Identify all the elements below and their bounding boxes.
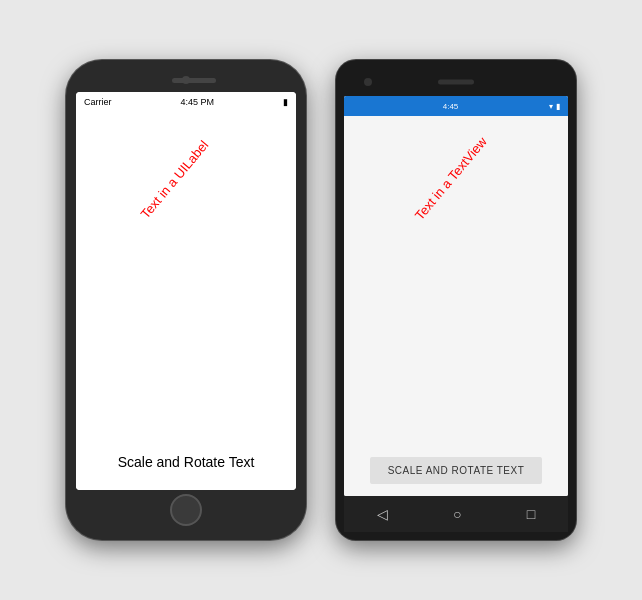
ios-home-button[interactable] (170, 494, 202, 526)
android-content: Text in a TextView SCALE AND ROTATE TEXT (344, 116, 568, 496)
ios-time: 4:45 PM (180, 97, 214, 107)
ios-phone: Carrier 4:45 PM ▮ Text in a UILabel Scal… (66, 60, 306, 540)
android-speaker-icon (438, 80, 474, 85)
android-phone: 4:45 ▾ ▮ Text in a TextView SCALE AND RO… (336, 60, 576, 540)
battery-icon: ▮ (556, 102, 560, 111)
ios-status-bar: Carrier 4:45 PM ▮ (76, 92, 296, 112)
android-screen: 4:45 ▾ ▮ Text in a TextView SCALE AND RO… (344, 96, 568, 496)
nav-recent-icon[interactable]: □ (527, 506, 535, 522)
ios-battery-icon: ▮ (283, 97, 288, 107)
android-status-bar: 4:45 ▾ ▮ (344, 96, 568, 116)
android-nav-bar: ◁ ○ □ (344, 496, 568, 532)
nav-back-icon[interactable]: ◁ (377, 506, 388, 522)
ios-rotated-label: Text in a UILabel (138, 138, 212, 222)
android-top-bar (344, 68, 568, 96)
ios-speaker-icon (172, 78, 216, 83)
ios-bottom-label: Scale and Rotate Text (118, 454, 255, 470)
ios-carrier: Carrier (84, 97, 112, 107)
ios-top-area (76, 70, 296, 92)
nav-home-icon[interactable]: ○ (453, 506, 461, 522)
android-time: 4:45 (443, 102, 459, 111)
android-status-icons: ▾ ▮ (549, 102, 560, 111)
android-button-area: SCALE AND ROTATE TEXT (344, 445, 568, 496)
ios-content: Text in a UILabel Scale and Rotate Text (76, 112, 296, 490)
scale-rotate-button[interactable]: SCALE AND ROTATE TEXT (370, 457, 543, 484)
wifi-icon: ▾ (549, 102, 553, 111)
ios-screen: Carrier 4:45 PM ▮ Text in a UILabel Scal… (76, 92, 296, 490)
ios-home-area (170, 490, 202, 530)
android-camera-icon (364, 78, 372, 86)
